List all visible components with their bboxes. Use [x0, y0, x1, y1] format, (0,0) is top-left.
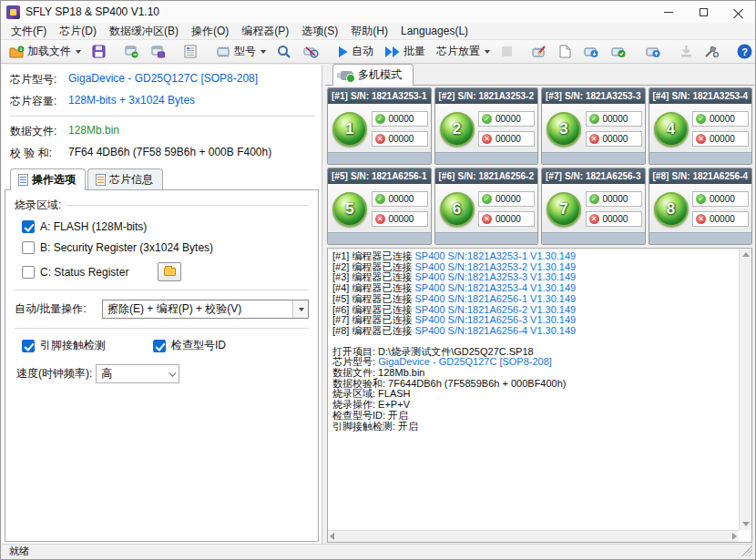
device-id: [#5]: [332, 171, 348, 181]
device-sn: S/N: 1821A6256-4: [672, 171, 748, 181]
device-number-badge: 6: [440, 192, 475, 227]
region-status-row: C: Status Register: [22, 262, 309, 281]
chip-capacity-field-label: 芯片容量:: [10, 94, 68, 109]
search-chip-button[interactable]: [272, 42, 296, 62]
buffer-edit-button[interactable]: [179, 42, 201, 62]
log-vertical-scrollbar[interactable]: [739, 249, 751, 530]
device-progress-strip: [435, 232, 538, 244]
device-sn: S/N: 1821A6256-2: [458, 171, 534, 181]
left-panel: 芯片型号: GigaDevice - GD25Q127C [SOP8-208] …: [2, 65, 322, 545]
program-icon: [583, 45, 599, 58]
help-button[interactable]: ?: [732, 42, 756, 62]
log-horizontal-scrollbar[interactable]: [328, 530, 739, 542]
device-number-badge: 2: [440, 112, 475, 147]
stop-icon: [501, 46, 513, 57]
close-button[interactable]: [720, 1, 755, 23]
device-cards-area: [#1]S/N: 1821A3253-1 1 ✓00000 ✕00000 [#2: [325, 85, 754, 248]
fail-counter: ✕00000: [478, 211, 535, 227]
tools-button[interactable]: [700, 42, 723, 62]
blank-check-icon: [558, 45, 572, 58]
region-status-label: C: Status Register: [40, 266, 128, 279]
verify-chip-button[interactable]: [606, 42, 631, 62]
checksum-field-label: 校 验 和:: [10, 146, 68, 161]
open-project-button[interactable]: [119, 42, 144, 62]
device-id: [#6]: [439, 171, 455, 181]
success-counter: ✓00000: [478, 111, 535, 127]
speed-row: 速度(时钟频率): 高: [16, 364, 309, 383]
device-progress-strip: [328, 232, 431, 244]
batch-run-button[interactable]: 批量: [380, 42, 430, 62]
success-icon: ✓: [696, 114, 706, 124]
menu-buffer[interactable]: 数据缓冲区(B): [103, 22, 185, 41]
success-counter: ✓00000: [586, 111, 642, 127]
menu-file[interactable]: 文件(F): [5, 22, 53, 41]
region-security-row: B: Security Register (3x1024 Bytes): [22, 241, 309, 254]
maximize-button[interactable]: [686, 1, 720, 23]
pin-contact-checkbox[interactable]: [22, 340, 35, 352]
device-card-7: [#7]S/N: 1821A6256-3 7 ✓00000 ✕00000: [541, 168, 646, 245]
save-file-button[interactable]: [87, 42, 110, 62]
blank-check-button[interactable]: [554, 42, 577, 62]
toolbar: 加载文件 型号 自动: [1, 40, 755, 64]
region-flash-checkbox[interactable]: [22, 220, 35, 233]
success-icon: ✓: [696, 194, 706, 204]
device-card-3: [#3]S/N: 1821A3253-3 3 ✓00000 ✕00000: [541, 87, 646, 165]
close-icon: [733, 7, 743, 17]
log-text: [#1] 编程器已连接 SP400 S/N:1821A3253-1 V1.30.…: [332, 251, 737, 529]
chip-model-button[interactable]: 型号: [210, 42, 271, 62]
device-id: [#7]: [546, 171, 562, 181]
scroll-right-icon: [732, 533, 737, 540]
svg-text:?: ?: [741, 46, 748, 57]
device-card-4: [#4]S/N: 1821A3253-4 4 ✓00000 ✕00000: [649, 87, 753, 165]
save-project-button[interactable]: [146, 42, 170, 62]
device-sn: S/N: 1821A3253-4: [672, 91, 748, 101]
app-window: SFLY SP18 & SP400 V1.10 文件(F) 芯片(D) 数据缓冲…: [0, 0, 756, 560]
region-security-checkbox[interactable]: [22, 241, 35, 254]
speed-combobox[interactable]: 高: [96, 364, 179, 383]
minimize-button[interactable]: [651, 1, 686, 23]
auto-op-combobox[interactable]: 擦除(E) + 编程(P) + 校验(V): [102, 300, 309, 319]
section-divider-2: [15, 328, 309, 329]
menu-languages[interactable]: Languages(L): [394, 23, 475, 39]
program-chip-button[interactable]: [578, 42, 604, 62]
device-sn: S/N: 1821A6256-3: [565, 171, 640, 181]
load-file-dropdown-icon: [76, 50, 81, 54]
operation-options-panel: 烧录区域: A: FLASH (128M-bits) B: Security R…: [5, 189, 319, 542]
menu-programmer[interactable]: 编程器(P): [235, 22, 295, 41]
batch-run-label: 批量: [404, 44, 425, 59]
region-status-checkbox[interactable]: [22, 266, 35, 279]
chip-information-tab-label: 芯片信息: [109, 172, 153, 188]
tools-icon: [704, 45, 719, 58]
menu-options[interactable]: 选项(S): [295, 22, 344, 41]
menu-help[interactable]: 帮助(H): [344, 22, 394, 41]
device-progress-strip: [542, 232, 645, 244]
chip-place-button[interactable]: 芯片放置: [432, 42, 495, 62]
check-id-checkbox[interactable]: [153, 340, 166, 352]
erase-chip-button[interactable]: [526, 42, 552, 62]
status-register-settings-button[interactable]: [158, 262, 181, 281]
fail-icon: ✕: [482, 134, 492, 144]
download-project-button[interactable]: [675, 42, 698, 62]
stop-button[interactable]: [496, 42, 517, 62]
resize-grip-icon[interactable]: [741, 545, 752, 556]
menu-chip[interactable]: 芯片(D): [53, 22, 103, 41]
device-id: [#2]: [439, 91, 455, 101]
pin-contact-label: 引脚接触检测: [40, 338, 106, 353]
log-area[interactable]: [#1] 编程器已连接 SP400 S/N:1821A3253-1 V1.30.…: [327, 248, 752, 543]
auto-run-button[interactable]: 自动: [332, 42, 378, 62]
read-chip-button[interactable]: [640, 42, 666, 62]
tab-multi-machine-mode[interactable]: 多机模式: [332, 64, 414, 86]
region-security-label: B: Security Register (3x1024 Bytes): [40, 241, 213, 254]
check-id-label: 检查型号ID: [171, 338, 226, 353]
fail-counter: ✕00000: [692, 131, 749, 147]
verify-icon: [610, 45, 627, 58]
scroll-up-icon: [742, 252, 750, 257]
right-tab-strip: 多机模式: [325, 65, 754, 85]
tab-operation-options[interactable]: 操作选项: [10, 168, 86, 190]
fail-counter: ✕00000: [478, 131, 535, 147]
load-file-button[interactable]: 加载文件: [5, 42, 86, 62]
menu-operation[interactable]: 操作(O): [185, 22, 235, 41]
chip-replace-button[interactable]: [298, 42, 323, 62]
device-id: [#3]: [546, 91, 562, 101]
tab-chip-information[interactable]: 芯片信息: [87, 168, 163, 190]
